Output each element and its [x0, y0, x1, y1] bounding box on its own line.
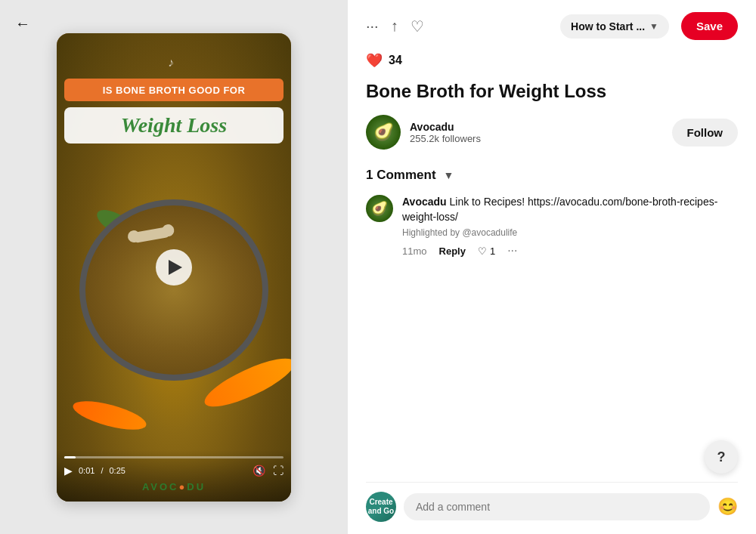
comment-heart-icon: ♡: [478, 245, 487, 257]
orange-banner: IS BONE BROTH GOOD FOR: [64, 79, 284, 101]
right-panel: ··· ↑ ♡ How to Start ... ▼ Save ❤️ 34 Bo…: [348, 0, 756, 534]
share-icon[interactable]: ↑: [391, 17, 398, 35]
author-avatar[interactable]: 🥑: [366, 115, 401, 150]
time-separator: /: [101, 466, 103, 475]
orange-banner-text: IS BONE BROTH GOOD FOR: [103, 85, 246, 96]
music-note-icon: ♪: [168, 56, 174, 69]
fullscreen-icon[interactable]: ⛶: [273, 465, 284, 477]
comment-item: 🥑 Avocadu Link to Recipes! https://avoca…: [366, 195, 738, 258]
time-total: 0:25: [109, 466, 125, 475]
board-selector[interactable]: How to Start ... ▼: [560, 14, 669, 39]
video-title-area: IS BONE BROTH GOOD FOR Weight Loss: [64, 79, 284, 144]
brand-dot: ●: [178, 481, 187, 492]
green-title-box: Weight Loss: [64, 107, 284, 144]
comments-header: 1 Comment ▼: [366, 168, 738, 183]
follow-button[interactable]: Follow: [672, 119, 739, 147]
brand-text: AVOC●DU: [64, 481, 284, 492]
author-row: 🥑 Avocadu 255.2k followers Follow: [366, 115, 738, 150]
video-controls: ▶ 0:01 / 0:25 🔇 ⛶ AVOC●DU: [57, 450, 291, 502]
comment-more-icon[interactable]: ···: [507, 244, 517, 258]
comment-input-row: Create and Go 😊: [366, 482, 738, 534]
heart-emoji-icon: ❤️: [366, 52, 383, 69]
comment-content: Link to Recipes! https://avocadu.com/bon…: [402, 196, 717, 223]
green-title-text: Weight Loss: [121, 113, 227, 137]
comment-input[interactable]: [404, 493, 710, 520]
author-name: Avocadu: [410, 121, 663, 133]
save-button[interactable]: Save: [681, 12, 738, 40]
play-pause-icon[interactable]: ▶: [64, 465, 73, 477]
comment-actions: 11mo Reply ♡ 1 ···: [402, 244, 738, 258]
reply-button[interactable]: Reply: [439, 245, 466, 257]
highlighted-by: Highlighted by @avocadulife: [402, 227, 738, 238]
right-controls: 🔇 ⛶: [253, 465, 284, 477]
comments-chevron-icon[interactable]: ▼: [444, 169, 454, 181]
comment-time: 11mo: [402, 245, 427, 257]
video-card[interactable]: ♪ IS BONE BROTH GOOD FOR Weight Loss ▶: [57, 33, 291, 502]
pin-title: Bone Broth for Weight Loss: [366, 79, 738, 103]
play-button[interactable]: [156, 249, 192, 286]
like-icon[interactable]: ♡: [411, 17, 424, 35]
toolbar: ··· ↑ ♡ How to Start ... ▼ Save: [366, 12, 738, 40]
video-background: ♪ IS BONE BROTH GOOD FOR Weight Loss ▶: [57, 33, 291, 502]
mute-icon[interactable]: 🔇: [253, 465, 265, 477]
emoji-picker-icon[interactable]: 😊: [717, 497, 738, 517]
time-display: 0:01: [79, 466, 94, 475]
current-user-avatar: Create and Go: [366, 492, 396, 522]
pot: [79, 199, 268, 381]
play-triangle-icon: [169, 260, 182, 275]
comment-author-name: Avocadu: [402, 196, 447, 208]
comment-body: Avocadu Link to Recipes! https://avocadu…: [402, 195, 738, 258]
controls-row: ▶ 0:01 / 0:25 🔇 ⛶: [64, 465, 284, 477]
comment-likes-count: 1: [490, 245, 495, 257]
author-info: Avocadu 255.2k followers: [410, 121, 663, 144]
likes-row: ❤️ 34: [366, 52, 738, 69]
left-panel: ← ♪ IS BONE BROTH GOOD FOR Weight Loss: [0, 0, 348, 534]
commenter-avatar[interactable]: 🥑: [366, 195, 393, 222]
back-arrow[interactable]: ←: [15, 15, 30, 32]
more-options-icon[interactable]: ···: [366, 17, 379, 35]
likes-count: 34: [389, 54, 402, 67]
comments-label: 1 Comment: [366, 168, 436, 183]
progress-bar[interactable]: [64, 456, 284, 458]
comment-like-action[interactable]: ♡ 1: [478, 245, 495, 257]
author-followers: 255.2k followers: [410, 133, 663, 144]
board-name: How to Start ...: [571, 20, 645, 32]
comment-text: Avocadu Link to Recipes! https://avocadu…: [402, 195, 738, 224]
help-button[interactable]: ?: [705, 440, 738, 474]
progress-fill: [64, 456, 76, 458]
chevron-down-icon: ▼: [649, 21, 658, 32]
